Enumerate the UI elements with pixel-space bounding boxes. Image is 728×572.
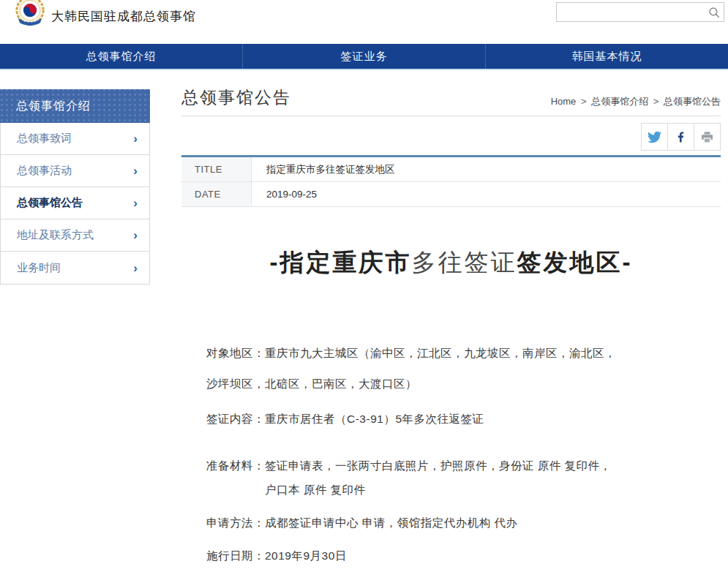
chevron-right-icon: › bbox=[133, 165, 138, 177]
paragraph-target-area: 对象地区：重庆市九大主城区（渝中区，江北区，九龙坡区，南岸区，渝北区， 沙坪坝区… bbox=[206, 338, 711, 399]
print-button[interactable] bbox=[694, 123, 721, 151]
paragraph-line: 对象地区：重庆市九大主城区（渝中区，江北区，九龙坡区，南岸区，渝北区， bbox=[206, 347, 616, 359]
title-divider bbox=[181, 116, 721, 116]
share-buttons bbox=[641, 123, 721, 151]
paragraph-line: 沙坪坝区，北碚区，巴南区，大渡口区） bbox=[206, 377, 417, 390]
sidebar-items: 总领事致词 › 总领事活动 › 总领事馆公告 › 地址及联系方式 › 业务时间 … bbox=[0, 123, 150, 285]
announcement-meta-table: TITLE 指定重庆市多往签证签发地区 DATE 2019-09-25 bbox=[181, 155, 721, 207]
table-row: TITLE 指定重庆市多往签证签发地区 bbox=[181, 157, 721, 182]
table-row: DATE 2019-09-25 bbox=[181, 182, 721, 207]
twitter-icon bbox=[648, 130, 661, 144]
nav-item-korea-basics[interactable]: 韩国基本情况 bbox=[485, 44, 728, 69]
sidebar-header: 总领事馆介绍 bbox=[0, 89, 150, 123]
search-box bbox=[556, 2, 724, 22]
chevron-right-icon: › bbox=[133, 229, 138, 241]
printer-icon bbox=[700, 130, 714, 144]
nav-item-consulate-intro[interactable]: 总领事馆介绍 bbox=[0, 44, 242, 69]
main-nav: 总领事馆介绍 签证业务 韩国基本情况 bbox=[0, 44, 728, 70]
paragraph-materials: 准备材料： 签证申请表，一张两寸白底照片，护照原件，身份证 原件 复印件， 户口… bbox=[206, 454, 711, 502]
paragraph-visa-content: 签证内容：重庆市居住者（C-3-91）5年多次往返签证 bbox=[206, 408, 711, 430]
page: 大韩民国驻成都总领事馆 总领事馆介绍 签证业务 韩国基本情况 总领事馆介绍 总领… bbox=[0, 0, 728, 572]
paragraph-label: 准备材料： bbox=[206, 454, 265, 502]
page-title: 总领事馆公告 bbox=[181, 86, 291, 108]
breadcrumb-separator: > bbox=[651, 96, 661, 107]
twitter-share-button[interactable] bbox=[641, 123, 668, 151]
breadcrumb-separator: > bbox=[579, 96, 589, 107]
sidebar-item-announcements[interactable]: 总领事馆公告 › bbox=[1, 187, 149, 219]
sidebar-item-business-hours[interactable]: 业务时间 › bbox=[1, 252, 149, 284]
facebook-share-button[interactable] bbox=[667, 123, 694, 151]
breadcrumb-current: 总领事馆公告 bbox=[664, 96, 721, 107]
sidebar: 总领事馆介绍 总领事致词 › 总领事活动 › 总领事馆公告 › 地址及联系方式 … bbox=[0, 89, 150, 285]
meta-label-title: TITLE bbox=[181, 157, 252, 181]
search-input[interactable] bbox=[557, 3, 705, 21]
chevron-right-icon: › bbox=[133, 262, 138, 274]
nav-item-visa-services[interactable]: 签证业务 bbox=[242, 44, 485, 69]
sidebar-item-label: 地址及联系方式 bbox=[17, 228, 94, 242]
sidebar-item-activities[interactable]: 总领事活动 › bbox=[1, 155, 149, 187]
sidebar-item-label: 总领事活动 bbox=[17, 164, 72, 178]
paragraph-line: 签证申请表，一张两寸白底照片，护照原件，身份证 原件 复印件， bbox=[265, 459, 612, 472]
breadcrumb: Home > 总领事馆介绍 > 总领事馆公告 bbox=[551, 95, 721, 108]
top-header: 大韩民国驻成都总领事馆 bbox=[0, 0, 728, 44]
article-heading-part: 签发地区- bbox=[517, 249, 633, 276]
korea-emblem-logo-icon bbox=[13, 0, 47, 29]
article-heading-part: -指定重庆市 bbox=[270, 249, 412, 276]
article-heading: -指定重庆市多往签证签发地区- bbox=[181, 245, 721, 280]
breadcrumb-consulate-intro[interactable]: 总领事馆介绍 bbox=[591, 96, 648, 107]
sidebar-item-greeting[interactable]: 总领事致词 › bbox=[1, 123, 149, 155]
meta-label-date: DATE bbox=[181, 182, 252, 206]
chevron-right-icon: › bbox=[133, 197, 138, 209]
sidebar-item-label: 总领事馆公告 bbox=[17, 196, 83, 210]
chevron-right-icon: › bbox=[133, 132, 138, 145]
article-heading-part: 多往签证 bbox=[412, 249, 517, 276]
sidebar-item-label: 总领事致词 bbox=[17, 132, 72, 146]
meta-value-date: 2019-09-25 bbox=[252, 182, 317, 206]
breadcrumb-home[interactable]: Home bbox=[551, 96, 577, 107]
paragraph-effective-date: 施行日期：2019年9月30日 bbox=[206, 545, 711, 567]
paragraph-line: 户口本 原件 复印件 bbox=[265, 483, 366, 496]
paragraph-body: 签证申请表，一张两寸白底照片，护照原件，身份证 原件 复印件， 户口本 原件 复… bbox=[265, 454, 612, 502]
sidebar-item-address-contact[interactable]: 地址及联系方式 › bbox=[1, 219, 149, 252]
facebook-icon bbox=[674, 130, 688, 144]
sidebar-item-label: 业务时间 bbox=[17, 261, 61, 275]
meta-value-title: 指定重庆市多往签证签发地区 bbox=[252, 157, 395, 181]
search-icon[interactable] bbox=[705, 3, 724, 21]
site-title: 大韩民国驻成都总领事馆 bbox=[51, 8, 196, 25]
paragraph-apply-method: 申请方法：成都签证申请中心 申请，领馆指定代办机构 代办 bbox=[206, 512, 711, 534]
main-content: 总领事馆公告 Home > 总领事馆介绍 > 总领事馆公告 bbox=[181, 86, 721, 572]
